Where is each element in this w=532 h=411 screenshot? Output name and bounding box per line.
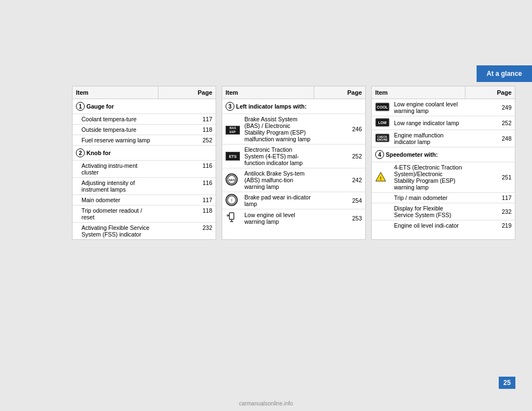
page-display-fss: 232 [465, 203, 515, 220]
item-low-range: Low range indicator lamp [392, 116, 465, 130]
check-engine-icon-cell: CHECK ENGINE [372, 130, 392, 147]
page-low-range: 252 [465, 116, 515, 130]
circle-3: 3 [226, 102, 234, 111]
ets-icon: ETS [226, 152, 240, 161]
coolant-icon-cell: COOL [372, 99, 392, 116]
abs-svg: ABS [227, 173, 237, 186]
table-row: 3 Left indicator lamps with: [222, 99, 365, 114]
page-activating-instrument: 116 [158, 161, 216, 178]
triangle-warning-icon-cell: ! [372, 162, 392, 193]
bas-esp-icon-cell: BASESP [222, 114, 242, 145]
circle-2: 2 [76, 148, 85, 157]
table-row: Low engine oil level warning lamp 253 [222, 209, 365, 227]
item-brake-pad: Brake pad wear in-dicator lamp [242, 192, 314, 209]
item-main-odometer: Main odometer [73, 195, 158, 206]
table2-page-header: Page [314, 86, 365, 99]
triangle-svg: ! [375, 172, 386, 182]
speedometer-label: Speedometer with: [386, 151, 438, 158]
circle-4: 4 [375, 150, 384, 159]
page-outside-temp: 118 [158, 125, 216, 135]
item-trip-main-odometer: Trip / main odometer [392, 193, 465, 203]
svg-text:LOW: LOW [378, 121, 387, 125]
svg-text:ABS: ABS [228, 178, 235, 182]
item-abs: Antilock Brake Sys-tem (ABS) malfunc-tio… [242, 168, 314, 192]
table-row: Activating Flexible Service System (FSS)… [73, 223, 216, 240]
circle-1: 1 [76, 102, 85, 111]
low-range-icon-cell: LOW [372, 116, 392, 130]
engine-oil-icon-cell [372, 220, 392, 231]
svg-text:COOL: COOL [377, 105, 388, 109]
item-bas-esp: Brake Assist System (BAS) / Electronic S… [242, 114, 314, 145]
brake-pad-icon-cell: ! [222, 192, 242, 209]
table-row: 1 Gauge for [73, 99, 216, 114]
oil-level-icon [226, 216, 238, 225]
page-coolant-level: 249 [465, 99, 515, 116]
item-outside-temp: Outside tempera-ture [73, 125, 158, 135]
table-row: Activating instru-ment cluster 116 [73, 161, 216, 178]
page-number-text: 25 [503, 379, 510, 387]
watermark-text: carmanualsonline.info [239, 400, 293, 407]
table3-item-header: Item [372, 86, 465, 99]
abs-icon: ABS [226, 173, 238, 186]
page-ets: 252 [314, 145, 365, 168]
item-ets: Electronic Traction System (4-ETS) mal-f… [242, 145, 314, 168]
table1: Item Page 1 Gauge for Coolant tempera-tu… [73, 86, 216, 239]
low-range-svg: LOW [375, 118, 390, 127]
item-engine-oil-indicator: Engine oil level indi-cator [392, 220, 465, 231]
oil-svg [226, 211, 238, 223]
item-oil-level: Low engine oil level warning lamp [242, 209, 314, 227]
page-fuel-reserve: 252 [158, 135, 216, 146]
knob-label: Knob for [86, 150, 111, 156]
table-row: BASESP Brake Assist System (BAS) / Elect… [222, 114, 365, 145]
item-display-fss: Display for Flexible Service System (FSS… [392, 203, 465, 220]
triangle-warning-icon: ! [375, 176, 386, 183]
trip-odometer-icon-cell [372, 193, 392, 203]
table-row: ABS Antilock Brake Sys-tem (ABS) malfunc… [222, 168, 365, 192]
page-coolant-temp: 117 [158, 114, 216, 125]
item-trip-odometer: Trip odometer readout / reset [73, 206, 158, 223]
table-row: Engine oil level indi-cator 219 [372, 220, 515, 231]
coolant-svg: COOL [375, 102, 390, 111]
table-row: Outside tempera-ture 118 [73, 125, 216, 135]
left-lamps-label: Left indicator lamps with: [236, 103, 306, 110]
table2-item-header: Item [222, 86, 314, 99]
table1-container: Item Page 1 Gauge for Coolant tempera-tu… [72, 86, 216, 240]
table-row: Main odometer 117 [73, 195, 216, 206]
item-check-engine: Engine malfunction indicator lamp [392, 130, 465, 147]
page-engine-oil-indicator: 219 [465, 220, 515, 231]
gauge-label: Gauge for [86, 103, 114, 110]
table-row: LOW Low range indicator lamp 252 [372, 116, 515, 130]
svg-text:!: ! [231, 198, 232, 202]
item-fuel-reserve: Fuel reserve warning lamp [73, 135, 158, 146]
item-coolant-temp: Coolant tempera-ture [73, 114, 158, 125]
check-engine-icon: CHECK ENGINE [375, 137, 390, 143]
page-abs: 242 [314, 168, 365, 192]
at-a-glance-tab: At a glance [477, 65, 532, 82]
oil-icon-cell [222, 209, 242, 227]
page-main-odometer: 117 [158, 195, 216, 206]
section-header-speedometer: 4 Speedometer with: [375, 150, 511, 159]
abs-icon-cell: ABS [222, 168, 242, 192]
page-oil-level: 253 [314, 209, 365, 227]
page-number: 25 [499, 377, 515, 389]
table3-page-header: Page [465, 86, 515, 99]
table-row: COOL Low engine coolant level warning la… [372, 99, 515, 116]
item-coolant-level: Low engine coolant level warning lamp [392, 99, 465, 116]
table-row: Display for Flexible Service System (FSS… [372, 203, 515, 220]
svg-text:ENGINE: ENGINE [377, 138, 388, 141]
table-row: Adjusting intensity of instrument lamps … [73, 178, 216, 195]
page-trip-odometer: 118 [158, 206, 216, 223]
table3-container: Item Page COOL Low engine co [371, 86, 515, 240]
table-row: 4 Speedometer with: [372, 147, 515, 162]
coolant-icon: COOL [375, 106, 390, 112]
item-activating-instrument: Activating instru-ment cluster [73, 161, 158, 178]
content-area: Item Page 1 Gauge for Coolant tempera-tu… [72, 86, 515, 240]
brake-svg: ! [227, 194, 237, 206]
watermark: carmanualsonline.info [0, 400, 532, 407]
bas-esp-icon: BASESP [226, 126, 240, 135]
section-header-knob: 2 Knob for [76, 148, 212, 157]
item-adjusting-intensity: Adjusting intensity of instrument lamps [73, 178, 158, 195]
page-brake-pad: 254 [314, 192, 365, 209]
table3: Item Page COOL Low engine co [372, 86, 515, 230]
page-check-engine: 248 [465, 130, 515, 147]
